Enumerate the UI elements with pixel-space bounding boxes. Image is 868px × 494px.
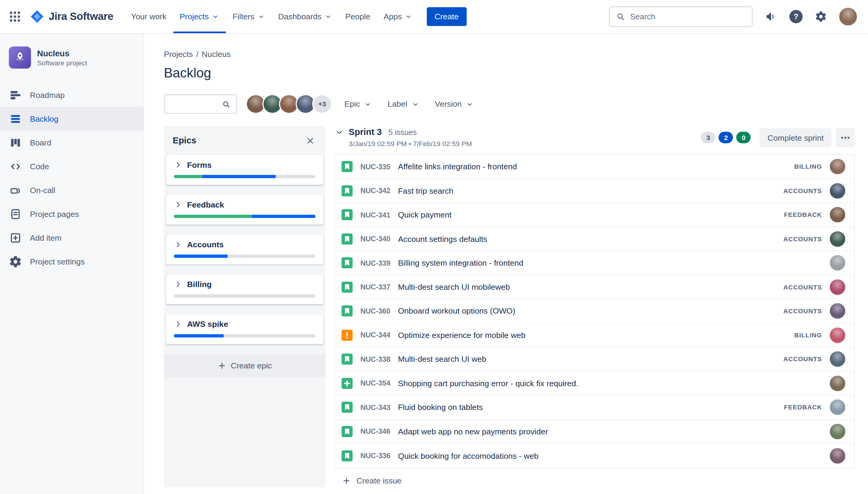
sidebar-item-code[interactable]: Code [0,154,144,178]
issue-row-meta [824,376,845,391]
project-header[interactable]: Nucleus Software project [0,43,144,83]
app-switcher-button[interactable] [5,7,24,26]
complete-sprint-button[interactable]: Complete sprint [760,128,832,147]
epics-panel-header: Epics [164,126,326,155]
assignee-avatar[interactable] [830,352,845,367]
assignee-avatar[interactable] [830,448,845,463]
backlog-columns: Epics FormsFeedbackAccountsBillingAWS sp… [164,126,855,494]
issue-key: NUC-339 [361,259,394,267]
more-icon[interactable] [836,128,854,147]
search-icon [222,99,231,109]
sprint-issue-count: 5 issues [388,128,417,136]
sprint-header-left: Sprint 3 5 issues 3/Jan/19 02:59 PM • 7/… [334,127,472,148]
assignee-avatar[interactable] [830,400,845,415]
chevron-right-icon[interactable] [174,160,183,169]
assignee-avatar[interactable] [830,327,845,343]
issue-row[interactable]: NUC-342Fast trip searchACCOUNTS [335,179,854,203]
issue-row[interactable]: NUC-339Billing system integration - fron… [335,251,854,275]
sidebar-item-roadmap[interactable]: Roadmap [0,83,144,107]
assignee-avatar[interactable] [830,303,845,319]
epic-label-badge: BILLING [794,332,822,339]
epic-card-billing[interactable]: Billing [166,274,324,304]
nav-item-filters[interactable]: Filters [226,0,272,33]
sidebar-item-label: Add item [30,233,61,242]
assignee-avatar[interactable] [830,231,845,246]
sidebar-item-board[interactable]: Board [0,130,144,154]
sidebar-item-add-item[interactable]: Add item [0,226,144,249]
status-badge: 2 [719,132,733,144]
assignee-avatar[interactable] [830,376,845,391]
help-icon[interactable]: ? [789,10,802,23]
issue-row[interactable]: NUC-343Fluid booking on tabletsFEEDBACK [335,396,854,420]
close-icon[interactable] [303,134,317,147]
issue-summary: Quick payment [398,210,452,219]
assignee-avatar[interactable] [830,423,845,439]
jira-backlog-page: Jira Software Your workProjectsFiltersDa… [0,0,868,494]
chevron-right-icon[interactable] [174,280,183,289]
assignee-avatar[interactable] [830,255,845,270]
sidebar-item-on-call[interactable]: On-call [0,178,144,202]
assignee-avatar[interactable] [830,207,845,222]
user-avatar[interactable] [839,8,857,25]
nav-item-your-work[interactable]: Your work [125,0,173,33]
issue-row-meta: ACCOUNTS [778,183,845,198]
backlog-search-input[interactable] [170,100,222,109]
create-issue-button[interactable]: Create issue [334,476,854,484]
issue-row[interactable]: NUC-341Quick paymentFEEDBACK [335,203,854,227]
issue-row[interactable]: NUC-338Multi-dest search UI webACCOUNTS [335,347,854,372]
issue-row[interactable]: NUC-360Onboard workout options (OWO)ACCO… [335,299,854,324]
jira-logo[interactable]: Jira Software [30,10,113,24]
dropdown-label: Epic [344,100,360,109]
epic-card-feedback[interactable]: Feedback [166,195,324,225]
chevron-right-icon[interactable] [174,200,183,209]
chevron-down-icon[interactable] [334,127,344,137]
chevron-right-icon[interactable] [174,240,183,249]
avatar-overflow-badge[interactable]: +3 [312,94,332,114]
issue-row-meta: FEEDBACK [778,207,845,222]
sprint-name[interactable]: Sprint 3 [349,127,382,137]
sidebar-item-backlog[interactable]: Backlog [0,107,144,130]
megaphone-icon[interactable] [764,10,778,24]
filter-dropdown-epic[interactable]: Epic [337,95,380,113]
assignee-avatar[interactable] [830,279,845,294]
issue-key: NUC-343 [361,403,394,412]
issue-key: NUC-360 [361,307,394,316]
story-bookmark-icon [341,281,353,292]
create-epic-button[interactable]: Create epic [164,354,326,377]
filter-dropdown-version[interactable]: Version [427,95,482,113]
epic-progress-bar [174,254,316,258]
nav-item-apps[interactable]: Apps [377,0,419,33]
issue-row[interactable]: NUC-340Account settings defaultsACCOUNTS [335,227,854,251]
epic-card-aws-spike[interactable]: AWS spike [166,314,324,344]
nav-item-dashboards[interactable]: Dashboards [272,0,339,33]
progress-segment [174,334,224,337]
filter-dropdown-label[interactable]: Label [380,95,427,113]
breadcrumb-projects[interactable]: Projects [164,50,193,58]
issue-row[interactable]: NUC-335Affelite links integration - fron… [335,155,854,179]
epic-card-forms[interactable]: Forms [166,155,324,185]
global-search[interactable] [609,6,753,27]
assignee-avatar[interactable] [830,183,845,198]
issue-row[interactable]: NUC-346Adapt web app no new payments pro… [335,420,854,444]
nav-item-projects[interactable]: Projects [173,0,226,33]
issue-row[interactable]: NUC-354Shopping cart purchasing error - … [335,372,854,396]
global-search-input[interactable] [630,12,746,21]
sidebar-item-label: Backlog [30,114,58,123]
issue-row[interactable]: NUC-344Optimize experience for mobile we… [335,324,854,348]
sidebar-item-project-pages[interactable]: Project pages [0,202,144,226]
backlog-search[interactable] [164,94,237,114]
sidebar-item-label: Project settings [30,257,85,266]
issue-row[interactable]: NUC-337Multi-dest search UI mobilewebACC… [335,275,854,299]
epic-progress-bar [174,215,316,218]
assignee-avatar[interactable] [830,159,845,174]
nav-item-people[interactable]: People [339,0,377,33]
sidebar-item-project-settings[interactable]: Project settings [0,249,144,273]
dropdown-label: Version [435,100,462,109]
create-button[interactable]: Create [427,7,466,26]
progress-segment [174,215,252,218]
breadcrumb-nucleus[interactable]: Nucleus [202,50,230,58]
epic-card-accounts[interactable]: Accounts [166,235,324,264]
gear-icon[interactable] [814,10,828,24]
issue-row[interactable]: NUC-336Quick booking for accomodations -… [335,444,854,468]
chevron-right-icon[interactable] [174,320,183,329]
